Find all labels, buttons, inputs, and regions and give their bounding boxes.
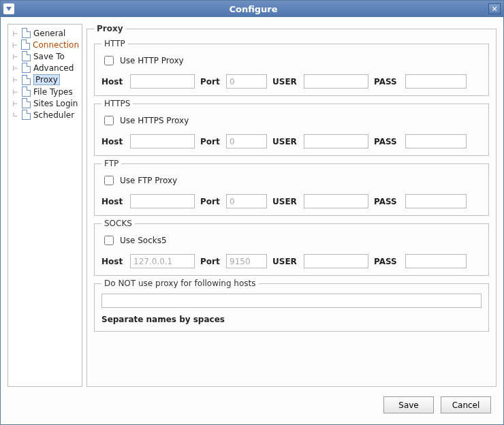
- download-arrow-icon: [6, 7, 12, 11]
- ftp-port-label: Port: [200, 197, 221, 206]
- sidebar-item-label: Save To: [33, 52, 65, 61]
- no-proxy-note: Separate names by spaces: [101, 315, 482, 324]
- ftp-host-input[interactable]: [130, 194, 195, 208]
- http-host-label: Host: [101, 77, 125, 86]
- https-host-label: Host: [101, 137, 125, 146]
- page-icon: [22, 75, 31, 85]
- tree-branch-icon: ⊢: [11, 52, 19, 61]
- socks-user-label: USER: [272, 257, 298, 266]
- button-bar: Save Cancel: [1, 387, 503, 424]
- sidebar-item-advanced[interactable]: ⊢ Advanced: [10, 62, 80, 74]
- sidebar-item-label: Sites Login: [33, 99, 78, 108]
- ftp-legend: FTP: [101, 159, 121, 168]
- sidebar-item-general[interactable]: ⊢ General: [10, 27, 80, 39]
- sidebar-item-label: File Types: [33, 87, 73, 97]
- tree-branch-icon: ⊢: [11, 29, 19, 38]
- use-ftp-proxy-checkbox[interactable]: [104, 176, 114, 185]
- sidebar-item-save-to[interactable]: ⊢ Save To: [10, 50, 80, 62]
- tree-branch-icon: ⊢: [11, 99, 19, 108]
- ftp-user-input[interactable]: [304, 194, 368, 208]
- sidebar-item-file-types[interactable]: ⊢ File Types: [10, 86, 80, 97]
- socks-user-input[interactable]: [304, 254, 368, 268]
- use-ftp-proxy-label: Use FTP Proxy: [120, 176, 177, 185]
- tree-branch-icon: ⊢: [11, 87, 19, 97]
- use-socks5-checkbox[interactable]: [104, 236, 114, 245]
- https-pass-input[interactable]: [405, 134, 467, 148]
- http-user-label: USER: [272, 77, 298, 86]
- sidebar-item-label: Advanced: [33, 63, 74, 73]
- use-http-proxy-label: Use HTTP Proxy: [120, 56, 184, 65]
- https-user-label: USER: [272, 137, 298, 146]
- socks-pass-label: PASS: [374, 257, 400, 266]
- page-icon: [22, 51, 31, 61]
- sidebar-item-proxy[interactable]: ⊢ Proxy: [10, 74, 80, 86]
- no-proxy-hosts-input[interactable]: [101, 294, 482, 308]
- sidebar-item-label: Connection: [33, 40, 79, 50]
- tree-branch-icon: ⊢: [11, 63, 19, 73]
- no-proxy-fieldset: Do NOT use proxy for following hosts Sep…: [94, 279, 489, 332]
- ftp-port-input[interactable]: [226, 194, 267, 208]
- page-icon: [22, 110, 31, 120]
- socks-legend: SOCKS: [101, 219, 135, 228]
- use-http-proxy-checkbox[interactable]: [104, 56, 114, 65]
- sidebar-item-sites-login[interactable]: ⊢ Sites Login: [10, 97, 80, 109]
- socks-port-label: Port: [200, 257, 221, 266]
- body-area: ⊢ General ⊢ Connection ⊢ Save To ⊢ Advan…: [1, 17, 503, 387]
- http-legend: HTTP: [101, 39, 128, 48]
- proxy-fieldset: Proxy HTTP Use HTTP Proxy Host Port USER: [86, 24, 497, 387]
- sidebar-item-label: Scheduler: [33, 110, 74, 120]
- category-tree[interactable]: ⊢ General ⊢ Connection ⊢ Save To ⊢ Advan…: [7, 24, 82, 387]
- use-https-proxy-checkbox[interactable]: [104, 116, 114, 125]
- https-legend: HTTPS: [101, 99, 133, 108]
- https-port-input[interactable]: [226, 134, 267, 148]
- https-user-input[interactable]: [304, 134, 368, 148]
- tree-branch-icon: ⊢: [11, 40, 18, 50]
- page-icon: [22, 86, 31, 97]
- https-fieldset: HTTPS Use HTTPS Proxy Host Port USER PAS…: [94, 99, 489, 156]
- socks-port-input[interactable]: [226, 254, 267, 268]
- page-icon: [21, 40, 30, 50]
- socks-host-input[interactable]: [130, 254, 195, 268]
- cancel-button[interactable]: Cancel: [441, 396, 491, 413]
- ftp-host-label: Host: [101, 197, 125, 206]
- http-fieldset: HTTP Use HTTP Proxy Host Port USER PASS: [94, 39, 489, 96]
- ftp-pass-input[interactable]: [405, 194, 467, 208]
- save-button[interactable]: Save: [383, 396, 434, 413]
- http-port-input[interactable]: [226, 74, 267, 89]
- http-host-input[interactable]: [130, 74, 195, 89]
- https-pass-label: PASS: [374, 137, 400, 146]
- no-proxy-legend: Do NOT use proxy for following hosts: [101, 279, 259, 288]
- http-pass-input[interactable]: [405, 74, 467, 89]
- titlebar: Configure ✕: [1, 1, 503, 17]
- page-icon: [22, 98, 31, 108]
- use-https-proxy-label: Use HTTPS Proxy: [120, 116, 189, 125]
- window-title: Configure: [18, 4, 488, 14]
- socks-host-label: Host: [101, 257, 125, 266]
- page-icon: [22, 63, 31, 73]
- socks-fieldset: SOCKS Use Socks5 Host Port USER PASS: [94, 219, 489, 276]
- sidebar-item-connection[interactable]: ⊢ Connection: [10, 39, 80, 50]
- https-host-input[interactable]: [130, 134, 195, 148]
- sidebar-item-label: General: [33, 29, 65, 38]
- tree-branch-icon: ∟: [11, 110, 19, 120]
- http-pass-label: PASS: [374, 77, 400, 86]
- proxy-legend: Proxy: [94, 24, 126, 33]
- use-socks5-label: Use Socks5: [120, 236, 167, 245]
- app-icon: [3, 3, 14, 14]
- socks-pass-input[interactable]: [405, 254, 467, 268]
- http-port-label: Port: [200, 77, 221, 86]
- configure-window: Configure ✕ ⊢ General ⊢ Connection ⊢ Sav…: [0, 0, 504, 425]
- ftp-user-label: USER: [272, 197, 298, 206]
- ftp-pass-label: PASS: [374, 197, 400, 206]
- close-icon: ✕: [491, 5, 497, 14]
- sidebar-item-label: Proxy: [33, 74, 60, 85]
- sidebar-item-scheduler[interactable]: ∟ Scheduler: [10, 109, 80, 121]
- http-user-input[interactable]: [304, 74, 368, 89]
- https-port-label: Port: [200, 137, 221, 146]
- ftp-fieldset: FTP Use FTP Proxy Host Port USER PASS: [94, 159, 489, 216]
- tree-branch-icon: ⊢: [11, 75, 19, 84]
- main-panel: Proxy HTTP Use HTTP Proxy Host Port USER: [86, 24, 497, 387]
- close-button[interactable]: ✕: [488, 3, 501, 14]
- page-icon: [22, 28, 31, 38]
